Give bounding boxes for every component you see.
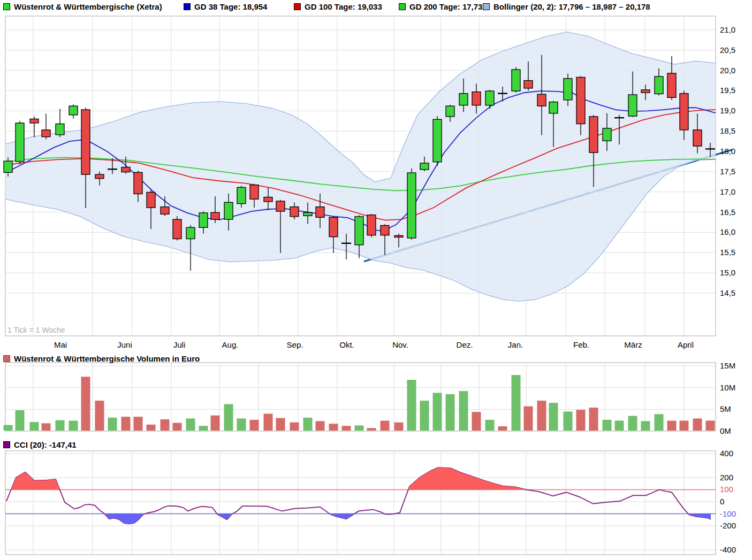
legend-item-bollinger: Bollinger (20, 2): 17,796 – 18,987 – 20,… bbox=[483, 2, 650, 11]
svg-text:16,5: 16,5 bbox=[720, 208, 735, 217]
instrument-label: Wüstenrot & Württembergische (Xetra) bbox=[14, 2, 162, 11]
svg-text:18,0: 18,0 bbox=[720, 147, 735, 156]
svg-text:17,0: 17,0 bbox=[720, 187, 735, 196]
svg-text:14,5: 14,5 bbox=[720, 288, 735, 297]
svg-text:20,5: 20,5 bbox=[720, 45, 735, 55]
svg-text:15,0: 15,0 bbox=[720, 268, 735, 277]
svg-text:Juli: Juli bbox=[173, 340, 186, 349]
svg-text:Okt.: Okt. bbox=[339, 340, 354, 349]
svg-text:19,0: 19,0 bbox=[720, 106, 735, 115]
svg-text:17,5: 17,5 bbox=[720, 167, 735, 176]
svg-text:Sep.: Sep. bbox=[287, 340, 303, 349]
gd100-label: GD 100 Tage: 19,033 bbox=[305, 2, 382, 11]
svg-text:-100: -100 bbox=[720, 509, 736, 518]
volume-swatch bbox=[3, 355, 10, 362]
legend-item-cci: CCI (20): -147,41 bbox=[3, 440, 77, 449]
legend-item-gd200: GD 200 Tage: 17,733 bbox=[399, 2, 487, 11]
svg-text:-200: -200 bbox=[720, 521, 736, 530]
svg-text:15M: 15M bbox=[720, 361, 735, 370]
volume-label: Wüstenrot & Württembergische Volumen in … bbox=[14, 354, 200, 363]
gd200-swatch bbox=[399, 3, 406, 10]
svg-text:0M: 0M bbox=[720, 426, 731, 435]
cci-axis-labels: 4002001000-100-200-400 bbox=[720, 449, 736, 554]
svg-text:Mai: Mai bbox=[54, 340, 67, 349]
svg-text:Juni: Juni bbox=[117, 340, 132, 349]
legend-item-gd38: GD 38 Tage: 18,954 bbox=[184, 2, 267, 11]
stock-chart-canvas: 21,020,520,019,519,018,518,017,517,016,5… bbox=[0, 0, 752, 560]
gd38-swatch bbox=[184, 3, 191, 10]
cci-swatch bbox=[3, 441, 10, 448]
svg-text:21,0: 21,0 bbox=[720, 25, 735, 34]
svg-text:5M: 5M bbox=[720, 404, 731, 413]
svg-text:Jan.: Jan. bbox=[508, 340, 523, 349]
svg-text:15,5: 15,5 bbox=[720, 248, 735, 257]
bollinger-swatch bbox=[483, 3, 490, 10]
gd200-label: GD 200 Tage: 17,733 bbox=[409, 2, 487, 11]
bollinger-label: Bollinger (20, 2): 17,796 – 18,987 – 20,… bbox=[493, 2, 650, 11]
svg-text:20,0: 20,0 bbox=[720, 66, 735, 75]
cci-panel bbox=[5, 451, 716, 555]
svg-text:Nov.: Nov. bbox=[392, 340, 408, 349]
svg-text:400: 400 bbox=[720, 449, 733, 458]
legend-item-gd100: GD 100 Tage: 19,033 bbox=[294, 2, 382, 11]
svg-text:10M: 10M bbox=[720, 383, 735, 392]
svg-text:-400: -400 bbox=[720, 545, 736, 554]
svg-text:1 Tick = 1 Woche: 1 Tick = 1 Woche bbox=[7, 326, 65, 334]
svg-text:100: 100 bbox=[720, 485, 733, 494]
svg-text:16,0: 16,0 bbox=[720, 227, 735, 236]
legend-item-volume: Wüstenrot & Württembergische Volumen in … bbox=[3, 354, 200, 363]
svg-text:Aug.: Aug. bbox=[222, 340, 239, 349]
instrument-swatch bbox=[3, 3, 10, 10]
legend-item-instrument: Wüstenrot & Württembergische (Xetra) bbox=[3, 2, 162, 11]
svg-text:März: März bbox=[624, 340, 642, 349]
svg-text:18,5: 18,5 bbox=[720, 126, 735, 135]
volume-axis-labels: 15M10M5M0M bbox=[720, 361, 735, 435]
cci-label: CCI (20): -147,41 bbox=[14, 440, 77, 449]
svg-text:Feb.: Feb. bbox=[573, 340, 589, 349]
gd100-swatch bbox=[294, 3, 301, 10]
svg-text:19,5: 19,5 bbox=[720, 86, 735, 95]
svg-text:April: April bbox=[678, 340, 694, 349]
svg-text:Dez.: Dez. bbox=[457, 340, 473, 349]
gd38-label: GD 38 Tage: 18,954 bbox=[194, 2, 267, 11]
svg-text:0: 0 bbox=[720, 497, 724, 506]
svg-text:200: 200 bbox=[720, 473, 733, 482]
